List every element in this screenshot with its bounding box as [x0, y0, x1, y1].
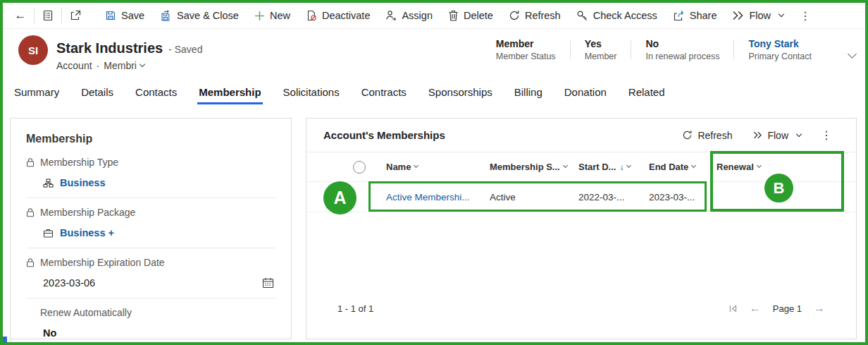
column-label: Name [386, 162, 411, 172]
tab-bar: Summary Details Contacts Membership Soli… [13, 83, 666, 104]
tab-sponsorships[interactable]: Sponsorships [427, 83, 494, 104]
page-title: Stark Industries [56, 40, 163, 56]
column-header-renewal[interactable]: Renewal [717, 162, 856, 172]
command-bar: ← [3, 3, 865, 29]
assign-button[interactable]: Assign [378, 5, 440, 26]
refresh-icon [682, 130, 693, 140]
tab-contracts[interactable]: Contracts [360, 83, 408, 104]
field-label: In renewal process [645, 52, 719, 61]
form-list-icon [42, 10, 54, 21]
membership-type-link[interactable]: Business [60, 177, 105, 188]
cell-end-date: 2023-03-... [649, 192, 717, 202]
key-icon [576, 10, 588, 22]
divider [61, 8, 62, 23]
memberships-subgrid: Account's Memberships Refresh [306, 118, 857, 339]
plus-icon [254, 11, 265, 21]
form-view-button[interactable] [36, 5, 60, 26]
app-window: ← [0, 0, 868, 345]
subgrid-more-button[interactable]: ⋮ [812, 128, 841, 142]
next-page-button[interactable]: → [814, 302, 825, 315]
more-commands-button[interactable]: ⋮ [791, 9, 819, 23]
previous-page-button[interactable]: ← [750, 302, 761, 315]
popout-button[interactable] [63, 5, 87, 26]
first-page-button[interactable] [728, 304, 738, 313]
collapse-header-button[interactable] [845, 49, 855, 61]
header-fields: Member Member Status Yes Member No In re… [482, 38, 826, 61]
header-field-member: Yes Member [571, 38, 631, 61]
refresh-label: Refresh [698, 130, 732, 141]
save-status: - Saved [168, 44, 202, 55]
field-label: Membership Type [40, 157, 118, 168]
save-close-icon [160, 10, 172, 22]
chevron-down-icon [691, 163, 696, 168]
form-selector[interactable]: Membri [104, 60, 144, 71]
field-label: Membership Expiration Date [40, 257, 165, 268]
column-label: End Date [649, 162, 688, 172]
header-field-in-renewal: No In renewal process [631, 38, 733, 61]
field-label: Member Status [496, 52, 556, 61]
renew-automatically-value[interactable]: No [43, 327, 56, 339]
chevron-down-icon [757, 163, 762, 168]
calendar-icon[interactable] [262, 277, 274, 289]
primary-contact-link[interactable]: Tony Stark [748, 38, 812, 49]
tab-donation[interactable]: Donation [563, 83, 608, 104]
flow-icon [732, 11, 744, 20]
section-title: Membership [26, 133, 275, 145]
refresh-button[interactable]: Refresh [501, 5, 569, 26]
tab-solicitations[interactable]: Solicitations [282, 83, 341, 104]
flow-button[interactable]: Flow [724, 5, 791, 26]
field-membership-type: Membership Type Business [26, 148, 275, 198]
header-field-primary-contact: Tony Stark Primary Contact [734, 38, 826, 61]
expiration-date-value[interactable]: 2023-03-06 [43, 277, 95, 289]
tab-summary[interactable]: Summary [13, 83, 61, 104]
tab-related[interactable]: Related [627, 83, 666, 104]
lock-icon [26, 207, 35, 217]
select-all-checkbox[interactable] [353, 161, 366, 174]
column-label: Membership S... [490, 162, 560, 172]
deactivate-icon [306, 10, 317, 21]
save-button[interactable]: Save [97, 5, 152, 26]
column-label: Renewal [717, 162, 754, 172]
divider [34, 8, 35, 23]
more-vertical-icon: ⋮ [800, 10, 811, 22]
cell-start-date: 2022-03-... [578, 192, 649, 202]
new-label: New [270, 10, 290, 21]
tab-details[interactable]: Details [80, 83, 115, 104]
form-name: Membri [104, 60, 137, 71]
delete-label: Delete [464, 10, 493, 21]
delete-button[interactable]: Delete [440, 5, 501, 26]
new-button[interactable]: New [247, 5, 298, 26]
subgrid-refresh-button[interactable]: Refresh [682, 130, 732, 141]
avatar: SI [18, 35, 48, 65]
back-button[interactable]: ← [8, 5, 32, 26]
share-button[interactable]: Share [665, 5, 725, 26]
header-field-member-status: Member Member Status [482, 38, 570, 61]
annotation-marker-b: B [764, 174, 793, 202]
check-access-button[interactable]: Check Access [569, 5, 665, 26]
column-header-membership-status[interactable]: Membership S... [490, 162, 578, 172]
save-and-close-button[interactable]: Save & Close [152, 5, 247, 26]
field-label: Renew Automatically [40, 307, 132, 318]
page-number: Page 1 [773, 303, 802, 314]
subgrid-flow-button[interactable]: Flow [753, 130, 801, 141]
refresh-icon [509, 10, 520, 21]
field-renew-automatically: Renew Automatically No [26, 298, 275, 339]
flow-label: Flow [767, 130, 788, 141]
deactivate-button[interactable]: Deactivate [298, 5, 378, 26]
save-close-label: Save & Close [177, 10, 239, 21]
annotation-marker-a: A [323, 181, 356, 214]
record-header: SI Stark Industries - Saved Account · Me… [3, 29, 865, 80]
membership-record-link[interactable]: Active Membershi... [386, 192, 470, 202]
column-header-end-date[interactable]: End Date [649, 162, 717, 172]
deactivate-label: Deactivate [322, 10, 371, 21]
column-header-name[interactable]: Name [386, 162, 490, 172]
tab-membership[interactable]: Membership [197, 83, 262, 104]
save-icon [105, 10, 116, 21]
lock-icon [26, 157, 35, 167]
tab-billing[interactable]: Billing [513, 83, 544, 104]
column-header-start-date[interactable]: Start D... ↓ [578, 162, 649, 172]
entity-type-label: Account [56, 60, 92, 71]
membership-package-link[interactable]: Business + [60, 227, 114, 238]
tab-contacts[interactable]: Contacts [134, 83, 178, 104]
open-in-new-window-icon [70, 10, 81, 21]
